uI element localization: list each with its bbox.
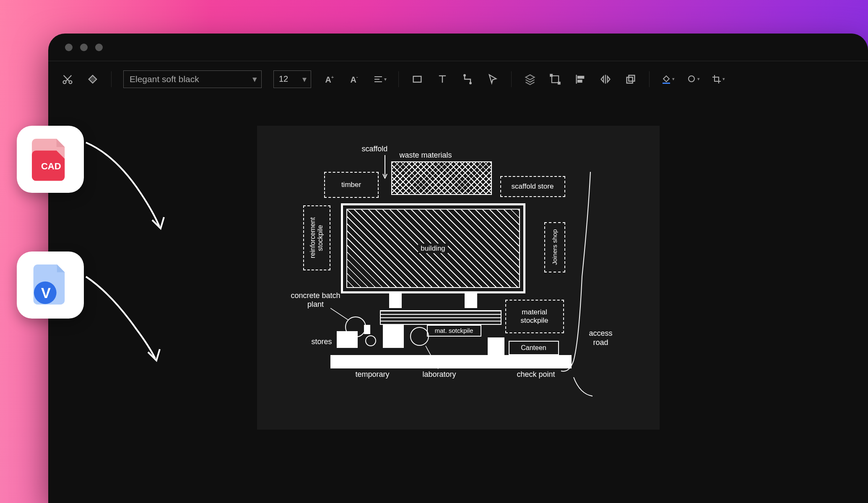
svg-rect-10 (550, 74, 552, 76)
decrease-font-icon[interactable]: A- (348, 73, 361, 86)
box-road[interactable] (330, 355, 572, 368)
arrow-scaffold (381, 155, 389, 180)
box-timber[interactable]: timber (324, 172, 379, 198)
line-lab (424, 346, 440, 371)
font-size-select[interactable]: 12 ▾ (273, 70, 311, 88)
svg-point-1 (69, 80, 72, 83)
box-canteen[interactable]: Canteen (509, 341, 559, 355)
label-check-point: check point (517, 370, 555, 379)
layers-icon[interactable] (523, 73, 537, 86)
increase-font-icon[interactable]: A+ (323, 73, 336, 86)
rectangle-icon[interactable] (411, 73, 424, 86)
label-scaffold: scaffold (362, 145, 388, 153)
box-material-stockpile[interactable]: material stockpile (505, 300, 564, 333)
svg-text:-: - (356, 73, 358, 80)
text-icon[interactable] (436, 73, 449, 86)
label-material-stockpile: material stockpile (508, 308, 561, 324)
crop-icon[interactable]: ▾ (712, 73, 725, 86)
box-mat-stockpile[interactable]: mat. sotckpile (427, 325, 481, 337)
box-building-outer[interactable]: building (341, 203, 525, 293)
svg-rect-9 (552, 75, 559, 82)
svg-rect-14 (627, 77, 633, 83)
font-family-select[interactable]: Elegant soft black ▾ (123, 70, 262, 88)
svg-point-7 (464, 74, 465, 76)
flip-icon[interactable] (599, 73, 612, 86)
cut-icon[interactable] (61, 73, 74, 86)
label-temporary: temporary (356, 370, 390, 379)
svg-point-17 (689, 76, 694, 82)
pillar-left (389, 293, 402, 308)
window-close-dot[interactable] (65, 44, 73, 51)
label-mat-stockpile: mat. sotckpile (435, 327, 473, 334)
align-icon[interactable]: ▾ (373, 73, 387, 86)
silo-2[interactable] (410, 327, 429, 346)
toolbar: Elegant soft black ▾ 12 ▾ A+ A- ▾ (48, 61, 868, 97)
connector-icon[interactable] (461, 73, 474, 86)
label-laboratory: laboratory (423, 370, 456, 379)
box-reinforcement-stockpile[interactable]: reinforcement stockpile (303, 205, 330, 270)
svg-rect-6 (413, 76, 421, 82)
box-waste-materials[interactable] (391, 161, 492, 195)
box-striped[interactable] (380, 310, 502, 325)
pillar-right (465, 293, 477, 308)
small-box-3[interactable] (488, 337, 504, 355)
svg-rect-11 (558, 82, 560, 84)
chevron-down-icon: ▾ (252, 74, 257, 84)
font-family-value: Elegant soft black (130, 74, 199, 84)
window-minimize-dot[interactable] (80, 44, 88, 51)
app-window: Elegant soft black ▾ 12 ▾ A+ A- ▾ (48, 34, 868, 503)
label-joiners-shop: Joiners shop (551, 229, 558, 265)
fill-color-icon[interactable]: ▾ (661, 73, 675, 86)
svg-text:A: A (351, 75, 356, 84)
diagram-canvas[interactable]: scaffold waste materials timber scaffold… (257, 126, 660, 430)
align-left-icon[interactable] (574, 73, 587, 86)
cad-file-icon: CAD (29, 136, 71, 182)
label-reinforcement-stockpile: reinforcement stockpile (309, 208, 325, 268)
label-waste-materials: waste materials (400, 151, 452, 160)
window-maximize-dot[interactable] (95, 44, 103, 51)
pointer-icon[interactable] (486, 73, 499, 86)
svg-rect-13 (578, 80, 582, 82)
stroke-color-icon[interactable]: ▾ (686, 73, 700, 86)
svg-rect-16 (663, 83, 670, 84)
svg-text:V: V (41, 285, 51, 301)
svg-line-20 (426, 346, 438, 369)
svg-rect-12 (578, 76, 584, 78)
svg-point-8 (470, 82, 471, 84)
small-box-1b[interactable] (364, 325, 370, 334)
svg-text:CAD: CAD (41, 161, 61, 171)
box-scaffold-store[interactable]: scaffold store (500, 176, 565, 197)
small-box-1[interactable] (337, 331, 358, 348)
arrange-icon[interactable] (624, 73, 637, 86)
svg-text:A: A (325, 75, 331, 84)
label-building: building (418, 244, 448, 254)
label-timber: timber (341, 181, 361, 189)
paint-bucket-icon[interactable] (86, 73, 99, 86)
small-box-2[interactable] (383, 325, 404, 348)
font-size-value: 12 (279, 74, 288, 84)
svg-rect-15 (629, 75, 634, 81)
label-canteen: Canteen (521, 344, 546, 352)
label-stores: stores (312, 337, 332, 346)
svg-line-19 (330, 308, 349, 321)
group-icon[interactable] (548, 73, 562, 86)
access-road-curve (559, 172, 609, 398)
titlebar (48, 34, 868, 61)
file-card-v[interactable]: V (17, 252, 84, 319)
file-card-cad[interactable]: CAD (17, 126, 84, 193)
svg-text:+: + (331, 74, 334, 79)
silo-3[interactable] (365, 335, 376, 346)
canvas-area[interactable]: scaffold waste materials timber scaffold… (48, 96, 868, 503)
label-scaffold-store: scaffold store (512, 182, 554, 191)
chevron-down-icon: ▾ (302, 74, 307, 84)
v-file-icon: V (29, 262, 71, 308)
svg-point-0 (63, 80, 66, 83)
